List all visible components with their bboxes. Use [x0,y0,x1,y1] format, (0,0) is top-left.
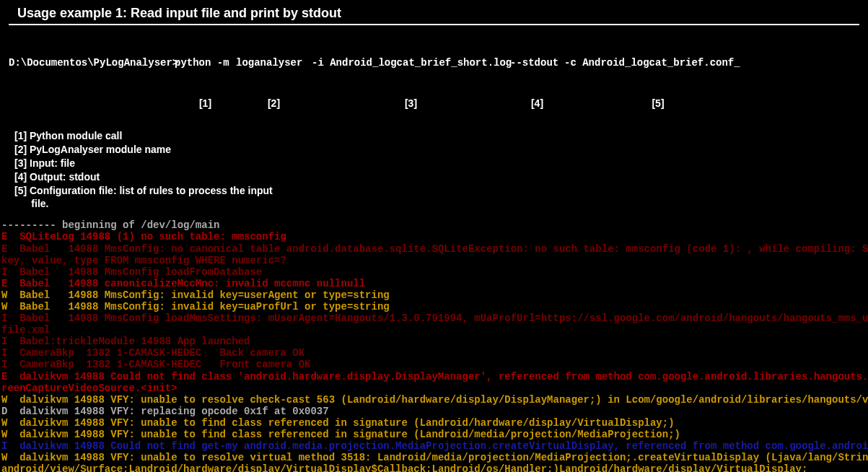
log-line: W Babel 14988 MmsConfig: invalid key=uaP… [1,301,868,313]
log-line: W dalvikvm 14988 VFY: unable to resolve … [1,394,868,406]
log-line: I Babel 14988 MmsConfig loadMmsSettings:… [1,313,868,324]
command-line-area: D:\Documentos\PyLogAnalyser> python -m l… [0,34,868,121]
legend-block: [1] Python module call [2] PyLogAnalyser… [0,121,868,219]
legend-item-3: [3] Input: file [14,157,854,170]
log-line: D dalvikvm 14988 VFY: replacing opcode 0… [1,406,868,417]
log-line: android/view/Surface;Landroid/hardware/d… [1,463,868,472]
log-line: I Babel 14988 MmsConfig loadFromDatabase [1,266,868,278]
log-line: W dalvikvm 14988 VFY: unable to resolve … [1,452,868,463]
log-line: key, value, type FROM mmsconfig WHERE nu… [1,255,868,266]
log-line: I dalvikvm 14988 Could not find get-my a… [1,440,868,452]
log-output: --------- beginning of /dev/log/mainE SQ… [0,219,868,472]
cmd-part-2: loganalyser [236,57,312,69]
cmd-part-3: -i Android_logcat_brief_short.log [312,57,510,69]
annot-5: [5] [564,97,752,109]
annot-3: [3] [312,97,510,109]
legend-item-4: [4] Output: stdout [14,170,854,184]
log-line: W dalvikvm 14988 VFY: unable to find cla… [1,429,868,440]
annotation-row: [1] [2] [3] [4] [5] [9,97,859,109]
log-line: W Babel 14988 MmsConfig: invalid key=use… [1,289,868,301]
annot-spacer [9,97,175,109]
annot-2: [2] [236,97,312,109]
log-line: I Babel:trickleModule 14988 App launched [1,336,868,347]
legend-item-2: [2] PyLogAnalyser module name [14,143,854,157]
annot-4: [4] [510,97,564,109]
cmd-part-4: --stdout [510,57,564,69]
log-line: reenCaptureVideoSource.<init> [1,383,868,394]
cmd-part-1: python -m [175,57,236,69]
cmd-prompt: D:\Documentos\PyLogAnalyser> [9,57,175,69]
log-line: E SQLiteLog 14988 (1) no such table: mms… [1,231,868,242]
log-line: E dalvikvm 14988 Could not find class 'a… [1,371,868,383]
log-line: I CameraBkp 1382 1-CAMASK-HEDEC Back cam… [1,347,868,359]
log-line: --------- beginning of /dev/log/main [1,219,868,231]
log-line: I CameraBkp 1382 1-CAMASK-HEDEC Front ca… [1,359,868,370]
log-line: W dalvikvm 14988 VFY: unable to find cla… [1,417,868,429]
command-line: D:\Documentos\PyLogAnalyser> python -m l… [9,57,859,69]
log-line: file.xml [1,324,868,336]
cmd-part-5: -c Android_logcat_brief.conf_ [564,57,740,69]
legend-item-5: [5] Configuration file: list of rules to… [14,184,854,198]
legend-item-5b: file. [14,197,854,211]
legend-item-1: [1] Python module call [14,129,854,143]
log-line: E Babel 14988 canonicalizeMccMnc: invali… [1,278,868,289]
page-title: Usage example 1: Read input file and pri… [9,0,859,25]
log-line: E Babel 14988 MmsConfig: no canonical ta… [1,243,868,255]
annot-1: [1] [175,97,236,109]
